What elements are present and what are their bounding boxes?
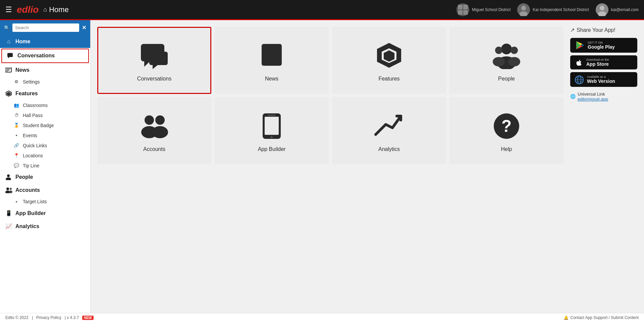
svg-rect-16 bbox=[6, 71, 8, 71]
sidebar-sub-settings[interactable]: ⚙ Settings bbox=[0, 77, 90, 87]
footer-left: Edlio © 2022 | Privacy Policy | v 4.3.7 … bbox=[5, 315, 94, 320]
user-name-kai-email: kai@email.com bbox=[611, 7, 639, 12]
sidebar-sub-hall-pass[interactable]: ⏱ Hall Pass bbox=[0, 110, 90, 120]
app-store-text: Download on the App Store bbox=[586, 58, 609, 67]
search-clear-icon[interactable]: ✕ bbox=[82, 24, 86, 31]
sidebar-sub-student-badge[interactable]: 🏅 Student Badge bbox=[0, 120, 90, 130]
footer: Edlio © 2022 | Privacy Policy | v 4.3.7 … bbox=[0, 313, 644, 322]
svg-rect-29 bbox=[262, 44, 282, 66]
avatar-kai-district bbox=[517, 3, 530, 16]
user-name-miguel: Miguel School District bbox=[472, 7, 511, 12]
svg-point-46 bbox=[271, 136, 273, 138]
svg-point-35 bbox=[495, 47, 502, 54]
svg-marker-18 bbox=[7, 92, 11, 96]
svg-point-24 bbox=[9, 191, 12, 193]
web-version-button[interactable]: Available as a Web Version bbox=[570, 72, 637, 87]
sidebar-item-home[interactable]: ⌂ Home bbox=[0, 35, 90, 48]
help-tile-icon: ? bbox=[493, 113, 520, 140]
svg-point-20 bbox=[6, 177, 11, 180]
svg-point-9 bbox=[600, 6, 604, 10]
tile-analytics[interactable]: Analytics bbox=[332, 97, 446, 164]
sidebar-sub-label-events: Events bbox=[23, 133, 37, 138]
universal-link-icon: 🌐 bbox=[570, 94, 576, 99]
sidebar-item-people[interactable]: People bbox=[0, 171, 90, 184]
tile-help[interactable]: ? Help bbox=[449, 97, 564, 164]
app-builder-nav-icon: 📱 bbox=[5, 210, 12, 216]
tile-app-builder[interactable]: App Builder bbox=[215, 97, 329, 164]
sidebar-item-conversations[interactable]: Conversations bbox=[1, 49, 89, 63]
svg-point-42 bbox=[152, 126, 168, 138]
home-nav-icon: ⌂ bbox=[5, 39, 12, 45]
sidebar-sub-classrooms[interactable]: 👥 Classrooms bbox=[0, 100, 90, 110]
apple-icon bbox=[575, 58, 583, 67]
avatar-kai-email bbox=[596, 3, 608, 16]
tile-label-app-builder: App Builder bbox=[258, 146, 286, 152]
svg-marker-52 bbox=[582, 44, 584, 47]
sidebar-sub-quick-links[interactable]: 🔗 Quick Links bbox=[0, 141, 90, 151]
sidebar-sub-label-tip-line: Tip Line bbox=[23, 163, 39, 168]
svg-rect-2 bbox=[463, 5, 468, 9]
user-kai-email[interactable]: kai@email.com bbox=[596, 3, 639, 16]
sidebar-sub-locations[interactable]: 📍 Locations bbox=[0, 151, 90, 161]
hamburger-icon[interactable]: ☰ bbox=[5, 5, 12, 14]
search-input[interactable] bbox=[12, 23, 79, 32]
footer-separator: | bbox=[32, 315, 33, 320]
sidebar-item-features[interactable]: Features bbox=[0, 87, 90, 100]
sidebar-item-label-accounts: Accounts bbox=[15, 187, 40, 193]
tile-people[interactable]: People bbox=[449, 27, 564, 94]
google-play-icon bbox=[575, 41, 584, 50]
svg-point-33 bbox=[501, 44, 512, 54]
svg-rect-27 bbox=[149, 52, 168, 65]
footer-right: 🔔 Contact App Support / Submit Content bbox=[564, 315, 639, 320]
sidebar-sub-label-settings: Settings bbox=[23, 79, 40, 85]
app-store-button[interactable]: Download on the App Store bbox=[570, 55, 637, 69]
svg-point-36 bbox=[493, 57, 505, 66]
sidebar-sub-events[interactable]: ▪ Events bbox=[0, 130, 90, 141]
accounts-tile-icon bbox=[139, 113, 169, 140]
app-store-get-it: Download on the bbox=[586, 58, 609, 61]
tile-conversations[interactable]: Conversations bbox=[97, 27, 211, 94]
tile-features[interactable]: Features bbox=[332, 27, 446, 94]
universal-link-url[interactable]: edliomiguel.app bbox=[578, 97, 608, 102]
user-miguel[interactable]: Miguel School District bbox=[457, 3, 511, 16]
student-badge-icon: 🏅 bbox=[13, 123, 19, 128]
svg-point-39 bbox=[145, 115, 154, 125]
svg-point-21 bbox=[6, 187, 9, 190]
search-icon: 🔍 bbox=[4, 25, 10, 31]
sidebar-item-label-features: Features bbox=[15, 91, 38, 97]
apps-grid: Conversations News bbox=[97, 27, 564, 306]
user-kai-district[interactable]: Kai Independent School District bbox=[517, 3, 589, 16]
footer-privacy-link[interactable]: Privacy Policy bbox=[36, 315, 61, 320]
sidebar-sub-target-lists[interactable]: ▪ Target Lists bbox=[0, 197, 90, 207]
sidebar-item-label-analytics: Analytics bbox=[15, 223, 39, 229]
sidebar-sub-tip-line[interactable]: 💬 Tip Line bbox=[0, 161, 90, 171]
sidebar-item-news[interactable]: News bbox=[0, 64, 90, 77]
google-play-button[interactable]: GET IT ON Google Play bbox=[570, 38, 637, 53]
people-tile-icon bbox=[491, 42, 522, 69]
svg-rect-3 bbox=[458, 10, 463, 15]
svg-marker-12 bbox=[8, 57, 9, 58]
share-header: ↗ Share Your App! bbox=[570, 27, 637, 33]
main-layout: 🔍 ✕ ⌂ Home Conversations bbox=[0, 20, 644, 313]
features-nav-icon bbox=[5, 90, 12, 97]
share-label: Share Your App! bbox=[577, 27, 615, 33]
tile-news[interactable]: News bbox=[215, 27, 329, 94]
tile-accounts[interactable]: Accounts bbox=[97, 97, 211, 164]
footer-version: | v 4.3.7 bbox=[65, 315, 79, 320]
search-bar: 🔍 ✕ bbox=[0, 20, 90, 35]
sidebar-item-label-conversations: Conversations bbox=[17, 53, 55, 59]
sidebar-item-accounts[interactable]: Accounts bbox=[0, 183, 90, 197]
web-version-avail: Available as a bbox=[587, 75, 615, 78]
svg-text:?: ? bbox=[501, 117, 512, 136]
sidebar-item-analytics[interactable]: 📈 Analytics bbox=[0, 220, 90, 233]
google-play-get-it: GET IT ON bbox=[588, 41, 615, 44]
tile-label-accounts: Accounts bbox=[143, 146, 165, 152]
google-play-text: GET IT ON Google Play bbox=[588, 41, 615, 50]
avatar-miguel bbox=[457, 3, 469, 16]
sidebar-item-app-builder[interactable]: 📱 App Builder bbox=[0, 207, 90, 220]
footer-copyright: Edlio © 2022 bbox=[5, 315, 29, 320]
right-panel: ↗ Share Your App! GET IT ON Google Play bbox=[570, 27, 637, 306]
quick-links-icon: 🔗 bbox=[13, 143, 19, 148]
footer-contact-link[interactable]: Contact App Support / Submit Content bbox=[571, 315, 639, 320]
app-builder-tile-icon bbox=[260, 113, 283, 140]
